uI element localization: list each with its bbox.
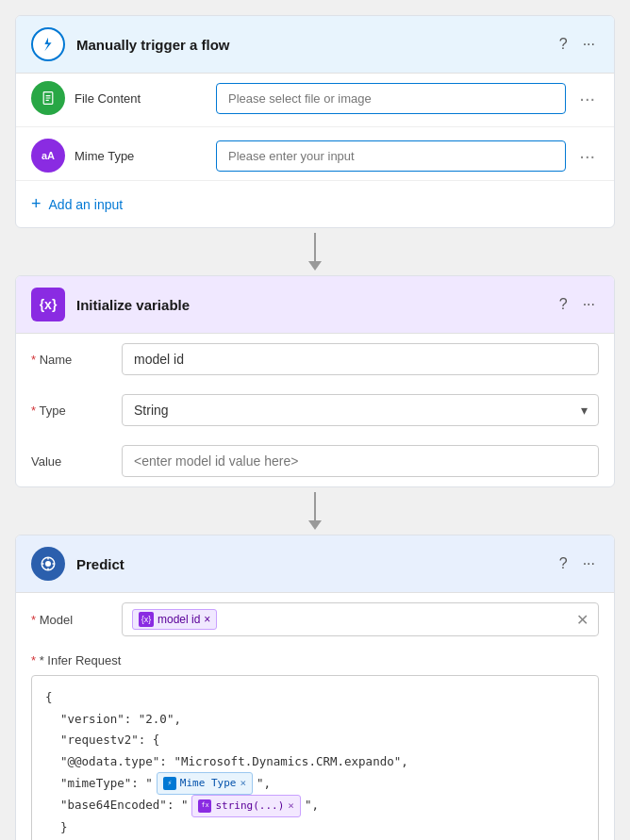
value-row: Value xyxy=(16,436,614,486)
add-input-label: Add an input xyxy=(49,197,124,212)
string-chip-close-icon[interactable]: × xyxy=(288,797,294,815)
string-chip[interactable]: fx string(...) × xyxy=(191,795,300,817)
variable-actions: ? ··· xyxy=(555,292,599,317)
json-box[interactable]: { "version": "2.0", "requestv2": { "@@od… xyxy=(31,675,599,840)
variable-help-icon[interactable]: ? xyxy=(555,292,572,317)
predict-header: Predict ? ··· xyxy=(16,535,614,593)
mime-chip-close-icon[interactable]: × xyxy=(240,774,246,793)
model-chip-close-icon[interactable]: × xyxy=(204,613,210,626)
model-row: Model {x} model id × ✕ xyxy=(16,593,614,646)
json-line-2: "version": "2.0", xyxy=(45,709,585,731)
json-line-6: "base64Encoded": " fx string(...) × ", xyxy=(45,795,585,817)
connector-1 xyxy=(15,228,615,275)
plus-icon: + xyxy=(31,194,41,214)
infer-section: * Infer Request { "version": "2.0", "req… xyxy=(16,646,614,840)
mime-type-input[interactable] xyxy=(216,140,566,172)
name-label: Name xyxy=(31,353,107,367)
json-line-1: { xyxy=(45,687,585,709)
svg-point-5 xyxy=(45,561,51,567)
trigger-help-icon[interactable]: ? xyxy=(555,32,572,57)
file-content-input[interactable] xyxy=(216,83,566,114)
trigger-icon xyxy=(31,27,65,61)
value-label: Value xyxy=(31,454,107,469)
model-chip-icon: {x} xyxy=(139,612,154,627)
mime-type-label: Mime Type xyxy=(75,149,207,163)
arrow-line-2 xyxy=(314,492,316,520)
model-chip-text: model id xyxy=(158,613,200,626)
predict-title: Predict xyxy=(76,556,544,572)
json-line-3: "requestv2": { xyxy=(45,730,585,751)
model-input-box[interactable]: {x} model id × ✕ xyxy=(122,602,599,636)
file-content-row: File Content ··· xyxy=(16,74,614,123)
add-input-button[interactable]: + Add an input xyxy=(16,180,614,227)
mime-type-more[interactable]: ··· xyxy=(575,145,599,167)
mime-chip-label: Mime Type xyxy=(180,774,237,793)
arrow-down-1 xyxy=(308,233,322,271)
trigger-title: Manually trigger a flow xyxy=(76,37,544,53)
trigger-header: Manually trigger a flow ? ··· xyxy=(16,16,614,74)
name-input[interactable] xyxy=(122,343,599,375)
predict-help-icon[interactable]: ? xyxy=(555,552,572,576)
trigger-card: Manually trigger a flow ? ··· File Conte… xyxy=(15,15,615,228)
mime-type-icon: aA xyxy=(31,139,65,173)
arrow-down-2 xyxy=(308,492,322,530)
type-label: Type xyxy=(31,404,107,418)
model-label: Model xyxy=(31,613,107,627)
file-content-more[interactable]: ··· xyxy=(575,88,599,109)
trigger-actions: ? ··· xyxy=(555,32,599,57)
variable-more-icon[interactable]: ··· xyxy=(579,292,599,317)
arrow-head-1 xyxy=(308,261,322,271)
string-chip-icon: fx xyxy=(198,799,211,813)
predict-icon xyxy=(31,547,65,581)
type-select[interactable]: String Integer Float Boolean Object Arra… xyxy=(122,394,599,426)
connector-2 xyxy=(15,487,615,535)
arrow-line-1 xyxy=(314,233,316,261)
model-chip: {x} model id × xyxy=(132,609,217,630)
name-row: Name xyxy=(16,334,614,385)
trigger-more-icon[interactable]: ··· xyxy=(579,32,599,57)
mime-type-row: aA Mime Type ··· xyxy=(16,131,614,180)
infer-label: * Infer Request xyxy=(31,653,599,667)
mime-type-chip[interactable]: ⚡ Mime Type × xyxy=(157,772,253,795)
predict-card: Predict ? ··· Model {x} model id × ✕ * I… xyxy=(15,535,615,840)
variable-header: {x} Initialize variable ? ··· xyxy=(16,276,614,334)
file-content-label: File Content xyxy=(75,91,207,106)
model-clear-icon[interactable]: ✕ xyxy=(576,611,589,629)
predict-actions: ? ··· xyxy=(555,552,599,576)
predict-more-icon[interactable]: ··· xyxy=(579,552,599,576)
type-select-wrapper: String Integer Float Boolean Object Arra… xyxy=(122,394,599,426)
type-row: Type String Integer Float Boolean Object… xyxy=(16,385,614,436)
json-line-4: "@@odata.type": "Microsoft.Dynamics.CRM.… xyxy=(45,751,585,773)
variable-icon: {x} xyxy=(31,288,65,321)
string-chip-label: string(...) xyxy=(215,797,284,815)
json-line-5: "mimeType": " ⚡ Mime Type × ", xyxy=(45,772,585,795)
variable-card: {x} Initialize variable ? ··· Name Type … xyxy=(15,275,615,487)
json-line-7: } xyxy=(45,817,585,839)
value-input[interactable] xyxy=(122,445,599,477)
divider-1 xyxy=(16,126,614,127)
variable-title: Initialize variable xyxy=(76,297,544,313)
arrow-head-2 xyxy=(308,520,322,530)
file-content-icon xyxy=(31,81,65,115)
mime-chip-icon: ⚡ xyxy=(163,777,176,790)
